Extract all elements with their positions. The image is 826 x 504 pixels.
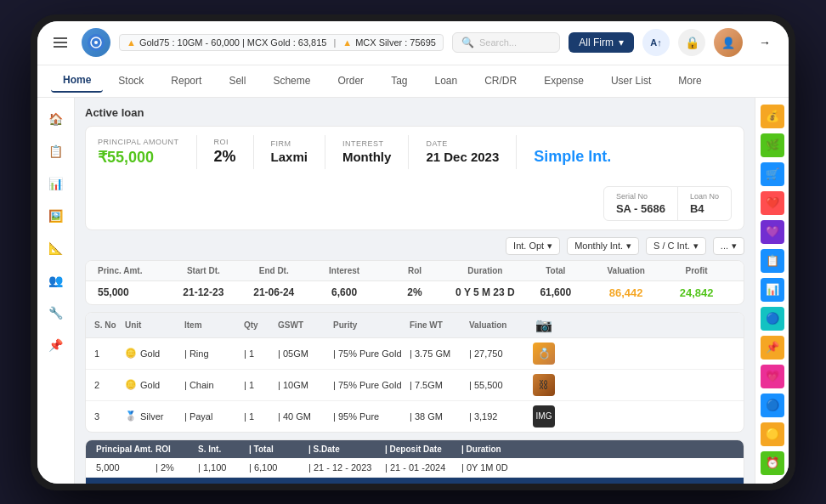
nav-crdr[interactable]: CR/DR [472, 70, 529, 92]
sr-icon-8[interactable]: 🔵 [761, 307, 784, 331]
search-bar[interactable]: 🔍 Search... [452, 32, 560, 53]
sidebar-tool-icon[interactable]: 📐 [43, 235, 69, 261]
type-value: Simple Int. [534, 148, 611, 166]
summary-th-profit: Profit [661, 266, 732, 275]
nav-expense[interactable]: Expense [532, 70, 596, 92]
type-card: Type Simple Int. [534, 138, 611, 166]
th-sno: S. No [94, 320, 125, 330]
nav-userlist[interactable]: User List [599, 70, 663, 92]
gold-price-display: ▲ Gold75 : 10GM - 60,000 | MCX Gold : 63… [119, 34, 444, 51]
main-content: Active loan Principal Amount ₹55,000 ROI… [75, 98, 755, 484]
sidebar-users-icon[interactable]: 👥 [43, 268, 69, 293]
roi-label: ROI [214, 138, 236, 146]
user-avatar[interactable]: 👤 [714, 28, 743, 57]
divider-4 [408, 135, 409, 169]
sidebar-image-icon[interactable]: 🖼️ [43, 203, 69, 229]
sr-icon-11[interactable]: 🔵 [761, 394, 784, 417]
th-unit: Unit [125, 320, 184, 330]
sidebar-settings-icon[interactable]: 🔧 [43, 300, 69, 326]
row1-purity: | 75% Pure Gold [333, 348, 410, 359]
sr-icon-6[interactable]: 📋 [761, 249, 784, 273]
extra-filter[interactable]: ... ▾ [713, 237, 744, 255]
logout-icon-btn[interactable]: → [751, 29, 778, 56]
row1-sno: 1 [94, 348, 125, 359]
summary-interest-val: 6,600 [309, 286, 380, 298]
main-nav: Home Stock Report Sell Scheme Order Tag … [37, 65, 789, 98]
payment-header-row: Principal Amt. ROI S. Int. | Total | S.D… [86, 440, 744, 458]
principal-amount-card: Principal Amount ₹55,000 [98, 138, 179, 167]
th-item: Item [184, 320, 244, 330]
payment-table: Principal Amt. ROI S. Int. | Total | S.D… [85, 439, 744, 484]
sr-icon-5[interactable]: 💜 [761, 220, 784, 244]
nav-more[interactable]: More [666, 70, 713, 92]
summary-th-valuation: Valuation [591, 266, 661, 275]
menu-icon[interactable] [48, 30, 73, 55]
nav-stock[interactable]: Stock [106, 70, 156, 92]
summary-total-val: 61,600 [520, 286, 591, 298]
svg-rect-0 [54, 37, 67, 39]
roi-value: 2% [214, 148, 236, 166]
sr-icon-13[interactable]: ⏰ [761, 451, 784, 475]
sidebar-pin-icon[interactable]: 📌 [43, 332, 69, 358]
row3-sno: 3 [94, 411, 125, 422]
pd-principal: 5,000 [96, 462, 156, 473]
table-row: 3 🥈 Silver | Payal | 1 | 40 GM | 95% Pur… [86, 401, 744, 432]
roi-card: ROI 2% [214, 138, 236, 166]
firm-card: Firm Laxmi [271, 139, 308, 164]
row2-qty: | 1 [244, 380, 278, 390]
int-opt-filter[interactable]: Int. Opt ▾ [506, 237, 560, 255]
sr-icon-12[interactable]: 🟡 [761, 422, 784, 446]
nav-tag[interactable]: Tag [379, 70, 419, 92]
sr-icon-9[interactable]: 📌 [761, 336, 784, 360]
row3-finewt: | 38 GM [410, 411, 469, 422]
row1-qty: | 1 [244, 348, 278, 359]
sidebar-chart-icon[interactable]: 📊 [43, 171, 69, 196]
nav-loan[interactable]: Loan [422, 70, 469, 92]
content-area: 🏠 📋 📊 🖼️ 📐 👥 🔧 📌 Active loan Principal A… [37, 98, 789, 484]
lock-icon-btn[interactable]: 🔒 [678, 29, 705, 56]
chevron-icon-4: ▾ [732, 241, 737, 252]
sidebar-doc-icon[interactable]: 📋 [43, 139, 69, 164]
profile-icon-btn[interactable]: A↑ [642, 29, 670, 56]
sr-icon-3[interactable]: 🛒 [761, 162, 784, 186]
nav-sell[interactable]: Sell [217, 70, 257, 92]
sr-icon-4[interactable]: ❤️ [761, 191, 784, 215]
chevron-down-icon: ▾ [619, 37, 624, 48]
sr-icon-1[interactable]: 💰 [761, 105, 784, 128]
sr-icon-10[interactable]: 💗 [761, 365, 784, 388]
summary-valuation-val: 86,442 [591, 286, 661, 299]
ph-deposit: | Deposit Date [385, 445, 461, 454]
row2-unit: 🪙 Gold [125, 379, 184, 390]
ph-sdate: | S.Date [308, 445, 385, 454]
summary-th-duration: Duration [450, 266, 520, 275]
pd-total: | 6,100 [249, 462, 308, 473]
topbar-icons: A↑ 🔒 👤 → [642, 28, 778, 57]
nav-report[interactable]: Report [159, 70, 213, 92]
nav-home[interactable]: Home [51, 69, 103, 93]
sr-icon-7[interactable]: 📊 [761, 278, 784, 302]
sidebar-left: 🏠 📋 📊 🖼️ 📐 👥 🔧 📌 [37, 98, 75, 484]
row3-image: IMG [529, 405, 559, 428]
row1-item: | Ring [184, 348, 244, 359]
principal-label: Principal Amount [98, 138, 179, 146]
topbar: ▲ Gold75 : 10GM - 60,000 | MCX Gold : 63… [37, 21, 789, 65]
divider-1 [196, 135, 197, 169]
loan-label: Loan No [690, 192, 719, 201]
nav-scheme[interactable]: Scheme [261, 70, 322, 92]
ph-total: | Total [249, 445, 308, 454]
firm-selector[interactable]: All Firm ▾ [569, 32, 634, 53]
nav-order[interactable]: Order [325, 70, 376, 92]
firm-label: Firm [271, 139, 308, 148]
row3-valuation: | 3,192 [469, 411, 529, 422]
firm-value: Laxmi [271, 150, 308, 164]
monthly-int-filter[interactable]: Monthly Int. ▾ [567, 237, 639, 255]
search-icon: 🔍 [461, 37, 474, 48]
date-card: Date 21 Dec 2023 [426, 139, 499, 164]
row3-purity: | 95% Pure [333, 411, 410, 422]
sidebar-home-icon[interactable]: 🏠 [43, 106, 69, 132]
sc-int-filter[interactable]: S / C Int. ▾ [646, 237, 706, 255]
row2-image: ⛓ [529, 374, 559, 396]
row1-image: 💍 [529, 343, 559, 365]
sr-icon-2[interactable]: 🌿 [761, 133, 784, 157]
summary-data-row: 55,000 21-12-23 21-06-24 6,600 2% 0 Y 5 … [86, 281, 744, 304]
